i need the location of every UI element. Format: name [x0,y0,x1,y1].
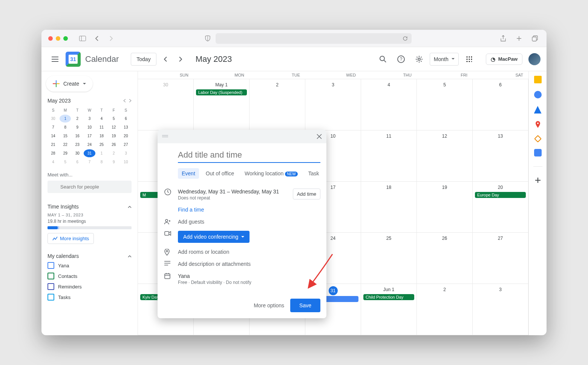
day-cell[interactable]: 26 [417,233,473,284]
mini-day[interactable]: 17 [84,132,95,140]
day-cell[interactable]: 3 [473,284,528,335]
day-cell[interactable]: 6 [473,79,528,130]
event-date-range[interactable]: Wednesday, May 31 – Wednesday, May 31 [178,189,279,195]
create-button[interactable]: Create [46,76,93,92]
mini-day[interactable]: 5 [108,115,119,123]
mini-day[interactable]: 9 [108,158,119,166]
day-cell[interactable]: 25 [361,233,417,284]
find-a-time-link[interactable]: Find a time [178,207,204,213]
event-chip[interactable]: Child Protection Day [363,294,414,300]
day-cell[interactable]: 20Europe Day [473,182,528,233]
maximize-window-icon[interactable] [63,36,68,41]
mini-day[interactable]: 2 [72,115,83,123]
sidebar-toggle-icon[interactable] [78,34,87,43]
mini-day[interactable]: 19 [108,132,119,140]
mini-day[interactable]: 3 [84,115,95,123]
event-chip[interactable]: Labor Day (Suspended) [196,89,247,95]
mini-day[interactable]: 12 [108,123,119,131]
day-cell[interactable]: 11 [361,130,417,181]
calendar-checkbox[interactable] [47,273,54,279]
mini-day[interactable]: 23 [72,141,83,149]
today-button[interactable]: Today [131,53,156,66]
drag-handle-icon[interactable] [162,135,168,138]
mini-day[interactable]: 29 [60,149,71,157]
add-addon-icon[interactable] [534,176,542,184]
close-window-icon[interactable] [48,36,53,41]
mini-day[interactable]: 8 [60,123,71,131]
day-cell[interactable]: 18 [361,182,417,233]
addon-icon[interactable] [534,135,542,143]
company-badge[interactable]: ◔MacPaw [486,54,522,65]
new-tab-icon[interactable] [514,34,524,43]
mini-day[interactable]: 9 [72,123,83,131]
tab-event[interactable]: Event [178,168,199,179]
search-people-input[interactable] [47,181,132,193]
more-insights-button[interactable]: More insights [47,233,94,244]
add-location-field[interactable]: Add rooms or location [178,249,229,255]
calendar-item[interactable]: Yana [47,262,132,269]
contacts-icon[interactable] [534,106,542,113]
day-cell[interactable]: 3 [305,79,361,130]
back-icon[interactable] [92,34,102,43]
day-cell[interactable]: 27 [473,233,528,284]
day-cell[interactable]: 13 [473,130,528,181]
forward-icon[interactable] [106,34,116,43]
apps-icon[interactable] [462,52,477,67]
next-month-icon[interactable] [175,53,187,65]
add-description-field[interactable]: Add description or attachments [178,261,251,267]
day-cell[interactable]: May 1Labor Day (Suspended) [194,79,250,130]
menu-icon[interactable] [47,52,63,67]
mini-day[interactable]: 24 [84,141,95,149]
mini-day[interactable]: 4 [47,158,59,166]
calendar-checkbox[interactable] [47,283,54,290]
day-cell[interactable]: 30 [138,79,194,130]
mini-day[interactable]: 25 [96,141,107,149]
mini-day[interactable]: 15 [60,132,71,140]
calendar-item[interactable]: Contacts [47,273,132,279]
help-icon[interactable]: ? [394,52,409,67]
day-cell[interactable]: 12 [417,130,473,181]
mini-day[interactable]: 1 [96,149,107,157]
time-insights-header[interactable]: Time Insights [47,204,132,210]
more-options-button[interactable]: More options [254,302,284,308]
day-cell[interactable]: 2 [250,79,305,130]
mini-day[interactable]: 1 [60,115,71,123]
mini-day[interactable]: 27 [120,141,132,149]
share-icon[interactable] [498,34,508,43]
mini-prev-icon[interactable] [123,99,126,103]
add-time-button[interactable]: Add time [293,189,320,199]
meet-icon[interactable] [534,149,542,156]
mini-day[interactable]: 6 [120,115,132,123]
my-calendars-header[interactable]: My calendars [47,253,132,259]
tab-out-of-office[interactable]: Out of office [202,168,238,179]
mini-day[interactable]: 6 [72,158,83,166]
add-guests-field[interactable]: Add guests [178,219,204,225]
mini-day[interactable]: 31 [84,149,95,157]
mini-day[interactable]: 4 [96,115,107,123]
mini-day[interactable]: 10 [84,123,95,131]
keep-icon[interactable] [534,76,542,83]
tab-task[interactable]: Task [305,168,323,179]
mini-day[interactable]: 7 [47,123,59,131]
mini-day[interactable]: 8 [96,158,107,166]
mini-day[interactable]: 14 [47,132,59,140]
mini-day[interactable]: 28 [47,149,59,157]
day-cell[interactable]: 19 [417,182,473,233]
day-cell[interactable]: 5 [417,79,473,130]
tab-working-location[interactable]: Working locationNEW [241,168,302,179]
view-selector[interactable]: Month [430,53,459,66]
save-button[interactable]: Save [290,299,320,312]
mini-day[interactable]: 7 [84,158,95,166]
mini-day[interactable]: 5 [60,158,71,166]
settings-icon[interactable] [412,52,427,67]
tasks-icon[interactable] [534,91,542,98]
mini-day[interactable]: 3 [120,149,132,157]
mini-day[interactable]: 13 [120,123,132,131]
add-video-conferencing-button[interactable]: Add video conferencing [178,231,250,243]
mini-day[interactable]: 30 [72,149,83,157]
day-cell[interactable]: Jun 1Child Protection Day [361,284,417,335]
prev-month-icon[interactable] [159,53,172,65]
tabs-icon[interactable] [530,34,540,43]
calendar-item[interactable]: Reminders [47,283,132,290]
url-bar[interactable] [216,33,412,44]
